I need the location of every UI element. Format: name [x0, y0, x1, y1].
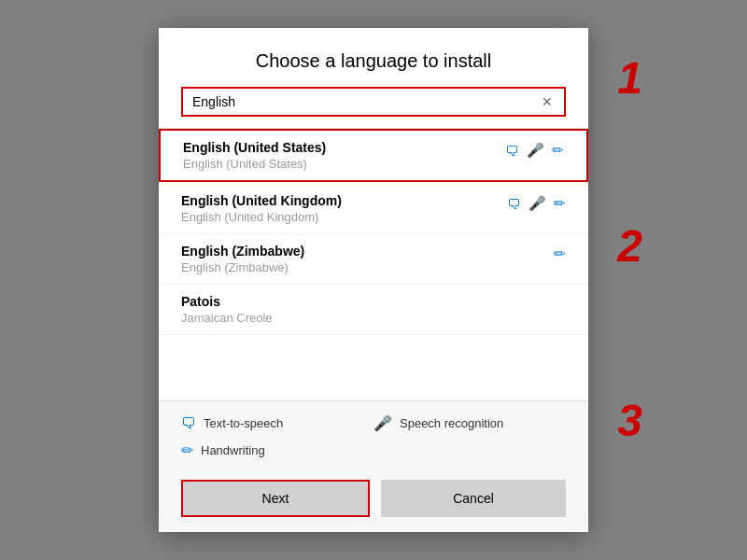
lang-native-en-us: English (United States) [183, 157, 326, 171]
search-area: ✕ [159, 87, 588, 128]
handwriting-label: Handwriting [201, 443, 265, 457]
language-item-patois[interactable]: Patois Jamaican Creole [159, 285, 588, 335]
speech-icon-en-gb: 🎤 [529, 195, 546, 212]
speech-feature-icon: 🎤 [374, 414, 392, 432]
handwriting-icon-en-us: ✏ [552, 142, 564, 159]
lang-icons-en-gb: 🗨 🎤 ✏ [507, 195, 566, 212]
language-item-en-gb[interactable]: English (United Kingdom) English (United… [159, 184, 588, 234]
dialog-title: Choose a language to install [159, 28, 588, 87]
cancel-button[interactable]: Cancel [381, 480, 566, 517]
lang-icons-en-zw: ✏ [554, 245, 566, 262]
tts-label: Text-to-speech [204, 416, 283, 430]
lang-name-en-zw: English (Zimbabwe) [181, 244, 304, 259]
handwriting-icon-en-zw: ✏ [554, 245, 566, 262]
feature-speech: 🎤 Speech recognition [374, 414, 566, 432]
language-install-dialog: 1 2 3 Choose a language to install ✕ Eng… [159, 28, 588, 532]
lang-native-en-zw: English (Zimbabwe) [181, 260, 304, 274]
buttons-area: Next Cancel [159, 469, 588, 532]
feature-tts: 🗨 Text-to-speech [181, 414, 374, 432]
next-button[interactable]: Next [181, 480, 370, 517]
annotation-1: 1 [617, 56, 642, 101]
lang-native-patois: Jamaican Creole [181, 311, 273, 325]
speech-icon-en-us: 🎤 [527, 142, 544, 159]
tts-icon-en-us: 🗨 [505, 143, 519, 159]
clear-icon[interactable]: ✕ [540, 94, 555, 109]
language-list: English (United States) English (United … [159, 128, 588, 400]
annotation-3: 3 [617, 399, 642, 443]
lang-native-en-gb: English (United Kingdom) [181, 210, 342, 224]
tts-feature-icon: 🗨 [181, 415, 196, 432]
lang-icons-en-us: 🗨 🎤 ✏ [505, 142, 564, 159]
lang-name-en-gb: English (United Kingdom) [181, 193, 342, 208]
language-item-en-us[interactable]: English (United States) English (United … [159, 129, 588, 182]
annotation-2: 2 [617, 224, 642, 269]
search-box: ✕ [181, 87, 566, 117]
feature-handwriting: ✏ Handwriting [181, 441, 374, 459]
features-section: 🗨 Text-to-speech 🎤 Speech recognition ✏ … [159, 400, 588, 469]
speech-label: Speech recognition [400, 416, 503, 430]
language-item-en-zw[interactable]: English (Zimbabwe) English (Zimbabwe) ✏ [159, 234, 588, 285]
features-grid: 🗨 Text-to-speech 🎤 Speech recognition ✏ … [181, 414, 566, 459]
lang-name-patois: Patois [181, 294, 273, 309]
search-input[interactable] [192, 94, 540, 109]
handwriting-feature-icon: ✏ [181, 441, 193, 459]
tts-icon-en-gb: 🗨 [507, 196, 521, 212]
lang-name-en-us: English (United States) [183, 140, 326, 155]
handwriting-icon-en-gb: ✏ [554, 195, 566, 212]
